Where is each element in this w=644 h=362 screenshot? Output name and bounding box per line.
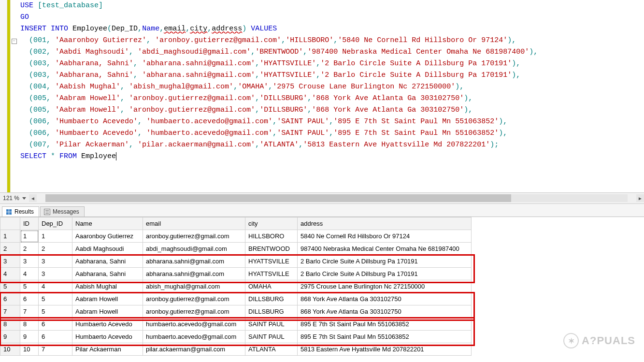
cell-city[interactable]: HYATTSVILLE xyxy=(245,255,298,268)
cell-address[interactable]: 2 Barlo Circle Suite A Dillsburg Pa 1701… xyxy=(298,255,472,268)
row-number[interactable]: 7 xyxy=(0,305,20,318)
table-row[interactable]: 775Aabram Howellaronboy.gutierrez@gmail.… xyxy=(0,305,472,318)
cell-dep_id[interactable]: 5 xyxy=(39,293,72,305)
col-header-id[interactable]: ID xyxy=(20,217,39,230)
cell-email[interactable]: pilar.ackaerman@gmail.com xyxy=(143,343,245,356)
table-row[interactable]: 10107Pilar Ackaermanpilar.ackaerman@gmai… xyxy=(0,343,472,356)
zoom-dropdown-icon[interactable] xyxy=(22,197,26,200)
cell-address[interactable]: 895 E 7th St Saint Paul Mn 551063852 xyxy=(298,331,472,343)
cell-email[interactable]: abish_mughal@gmail.com xyxy=(143,280,245,293)
row-number[interactable]: 6 xyxy=(0,293,20,305)
cell-email[interactable]: abharana.sahni@gmail.com xyxy=(143,268,245,280)
row-number[interactable]: 1 xyxy=(0,230,20,243)
cell-name[interactable]: Aabram Howell xyxy=(72,305,143,318)
zoom-level[interactable]: 121 % xyxy=(0,195,22,202)
fold-toggle-icon[interactable]: − xyxy=(12,39,17,44)
cell-name[interactable]: Aabharana, Sahni xyxy=(72,255,143,268)
table-row[interactable]: 111Aaaronboy Gutierrezaronboy.gutierrez@… xyxy=(0,230,472,243)
cell-dep_id[interactable]: 4 xyxy=(39,280,72,293)
sql-editor[interactable]: − USE [test_database]GOINSERT INTO Emplo… xyxy=(0,0,644,203)
row-number[interactable]: 10 xyxy=(0,343,20,356)
hscroll-right-icon[interactable]: ► xyxy=(636,194,644,202)
cell-email[interactable]: aronboy.gutierrez@gmail.com xyxy=(143,305,245,318)
row-number[interactable]: 3 xyxy=(0,255,20,268)
cell-address[interactable]: 895 E 7th St Saint Paul Mn 551063852 xyxy=(298,318,472,331)
cell-name[interactable]: Aabharana, Sahni xyxy=(72,268,143,280)
hscroll-left-icon[interactable]: ◄ xyxy=(29,194,37,202)
cell-dep_id[interactable]: 3 xyxy=(39,255,72,268)
cell-dep_id[interactable]: 6 xyxy=(39,331,72,343)
row-number[interactable]: 9 xyxy=(0,331,20,343)
cell-address[interactable]: 5840 Ne Cornell Rd Hillsboro Or 97124 xyxy=(298,230,472,243)
col-header-city[interactable]: city xyxy=(245,217,298,230)
cell-city[interactable]: HILLSBORO xyxy=(245,230,298,243)
cell-id[interactable]: 5 xyxy=(20,280,39,293)
cell-address[interactable]: 5813 Eastern Ave Hyattsville Md 20782220… xyxy=(298,343,472,356)
cell-name[interactable]: Humbaerto Acevedo xyxy=(72,318,143,331)
cell-id[interactable]: 10 xyxy=(20,343,39,356)
cell-id[interactable]: 3 xyxy=(20,255,39,268)
cell-id[interactable]: 6 xyxy=(20,293,39,305)
table-row[interactable]: 333Aabharana, Sahniabharana.sahni@gmail.… xyxy=(0,255,472,268)
cell-id[interactable]: 2 xyxy=(20,243,39,255)
cell-email[interactable]: abdi_maghsoudi@gmail.com xyxy=(143,243,245,255)
cell-address[interactable]: 868 York Ave Atlanta Ga 303102750 xyxy=(298,305,472,318)
results-grid[interactable]: IDDep_IDNameemailcityaddress111Aaaronboy… xyxy=(0,217,472,356)
cell-city[interactable]: DILLSBURG xyxy=(245,305,298,318)
cell-city[interactable]: DILLSBURG xyxy=(245,293,298,305)
cell-address[interactable]: 868 York Ave Atlanta Ga 303102750 xyxy=(298,293,472,305)
cell-city[interactable]: HYATTSVILLE xyxy=(245,268,298,280)
cell-dep_id[interactable]: 2 xyxy=(39,243,72,255)
table-row[interactable]: 443Aabharana, Sahniabharana.sahni@gmail.… xyxy=(0,268,472,280)
row-number[interactable]: 8 xyxy=(0,318,20,331)
cell-email[interactable]: humbaerto.acevedo@gmail.com xyxy=(143,318,245,331)
tab-results[interactable]: Results xyxy=(2,206,39,217)
cell-name[interactable]: Aabram Howell xyxy=(72,293,143,305)
tab-messages[interactable]: Messages xyxy=(40,206,85,217)
cell-id[interactable]: 8 xyxy=(20,318,39,331)
row-number[interactable]: 5 xyxy=(0,280,20,293)
col-header-name[interactable]: Name xyxy=(72,217,143,230)
cell-address[interactable]: 987400 Nebraska Medical Center Omaha Ne … xyxy=(298,243,472,255)
row-header-corner[interactable] xyxy=(0,217,20,230)
cell-dep_id[interactable]: 1 xyxy=(39,230,72,243)
cell-city[interactable]: BRENTWOOD xyxy=(245,243,298,255)
sql-code[interactable]: USE [test_database]GOINSERT INTO Employe… xyxy=(17,0,644,203)
cell-name[interactable]: Aabish Mughal xyxy=(72,280,143,293)
cell-dep_id[interactable]: 6 xyxy=(39,318,72,331)
cell-id[interactable]: 9 xyxy=(20,331,39,343)
cell-dep_id[interactable]: 7 xyxy=(39,343,72,356)
cell-name[interactable]: Pilar Ackaerman xyxy=(72,343,143,356)
table-row[interactable]: 222Aabdi Maghsoudiabdi_maghsoudi@gmail.c… xyxy=(0,243,472,255)
cell-address[interactable]: 2 Barlo Circle Suite A Dillsburg Pa 1701… xyxy=(298,268,472,280)
cell-city[interactable]: OMAHA xyxy=(245,280,298,293)
code-fold-gutter[interactable]: − xyxy=(11,0,17,203)
cell-email[interactable]: aronboy.gutierrez@gmail.com xyxy=(143,230,245,243)
cell-id[interactable]: 1 xyxy=(20,230,39,243)
table-row[interactable]: 665Aabram Howellaronboy.gutierrez@gmail.… xyxy=(0,293,472,305)
table-row[interactable]: 554Aabish Mughalabish_mughal@gmail.comOM… xyxy=(0,280,472,293)
cell-city[interactable]: SAINT PAUL xyxy=(245,318,298,331)
col-header-dep_id[interactable]: Dep_ID xyxy=(39,217,72,230)
cell-email[interactable]: aronboy.gutierrez@gmail.com xyxy=(143,293,245,305)
cell-id[interactable]: 7 xyxy=(20,305,39,318)
row-number[interactable]: 2 xyxy=(0,243,20,255)
cell-email[interactable]: humbaerto.acevedo@gmail.com xyxy=(143,331,245,343)
table-row[interactable]: 886Humbaerto Acevedohumbaerto.acevedo@gm… xyxy=(0,318,472,331)
row-number[interactable]: 4 xyxy=(0,268,20,280)
horizontal-scrollbar[interactable] xyxy=(45,194,628,202)
cell-city[interactable]: ATLANTA xyxy=(245,343,298,356)
cell-address[interactable]: 2975 Crouse Lane Burlington Nc 272150000 xyxy=(298,280,472,293)
cell-name[interactable]: Aaaronboy Gutierrez xyxy=(72,230,143,243)
cell-dep_id[interactable]: 3 xyxy=(39,268,72,280)
cell-city[interactable]: SAINT PAUL xyxy=(245,331,298,343)
cell-name[interactable]: Humbaerto Acevedo xyxy=(72,331,143,343)
table-row[interactable]: 996Humbaerto Acevedohumbaerto.acevedo@gm… xyxy=(0,331,472,343)
col-header-email[interactable]: email xyxy=(143,217,245,230)
cell-id[interactable]: 4 xyxy=(20,268,39,280)
cell-name[interactable]: Aabdi Maghsoudi xyxy=(72,243,143,255)
cell-email[interactable]: abharana.sahni@gmail.com xyxy=(143,255,245,268)
col-header-address[interactable]: address xyxy=(298,217,472,230)
cell-dep_id[interactable]: 5 xyxy=(39,305,72,318)
hscroll-thumb[interactable] xyxy=(45,194,511,202)
